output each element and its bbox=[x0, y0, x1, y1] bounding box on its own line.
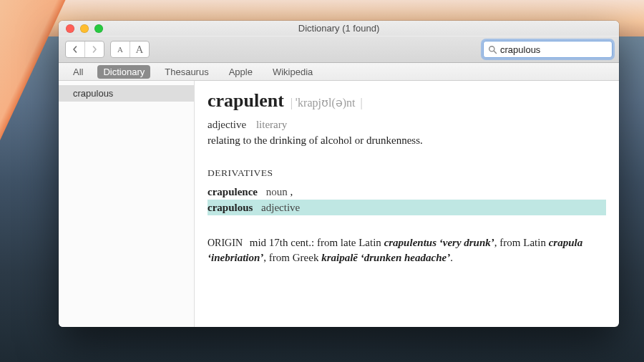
definition-pane[interactable]: crapulent |ˈkrapjʊl(ə)nt | adjective lit… bbox=[195, 81, 619, 327]
derivatives-heading: DERIVATIVES bbox=[208, 167, 606, 180]
search-input[interactable] bbox=[497, 44, 619, 55]
headword-line: crapulent |ˈkrapjʊl(ə)nt | bbox=[208, 88, 606, 113]
window-title: Dictionary (1 found) bbox=[59, 23, 619, 34]
scope-bar: All Dictionary Thesaurus Apple Wikipedia bbox=[59, 63, 619, 81]
forward-button[interactable] bbox=[84, 41, 104, 57]
derivative-word: crapulence bbox=[208, 186, 258, 197]
chevron-left-icon bbox=[72, 46, 79, 53]
scope-all[interactable]: All bbox=[67, 65, 89, 79]
scope-apple[interactable]: Apple bbox=[223, 65, 258, 79]
definition-text: relating to the drinking of alcohol or d… bbox=[208, 133, 606, 147]
origin-seg: , from Latin bbox=[494, 237, 549, 248]
nav-seg bbox=[65, 41, 104, 58]
origin-seg: , from Greek bbox=[263, 252, 321, 263]
part-of-speech: adjective bbox=[208, 119, 246, 130]
zoom-window-button[interactable] bbox=[94, 24, 103, 33]
scope-wikipedia[interactable]: Wikipedia bbox=[267, 65, 318, 79]
derivative-trailing: , bbox=[290, 186, 293, 197]
pronunciation-text: ˈkrapjʊl(ə)nt bbox=[295, 97, 355, 109]
back-button[interactable] bbox=[66, 41, 84, 57]
font-increase-button[interactable]: A bbox=[130, 41, 149, 57]
close-window-button[interactable] bbox=[66, 24, 74, 33]
titlebar[interactable]: Dictionary (1 found) bbox=[59, 21, 619, 36]
minimize-window-button[interactable] bbox=[80, 24, 89, 33]
traffic-lights bbox=[59, 24, 103, 33]
chevron-right-icon bbox=[91, 46, 98, 53]
dictionary-window: Dictionary (1 found) A A bbox=[59, 21, 619, 327]
results-sidebar: crapulous bbox=[59, 81, 195, 327]
headword: crapulent bbox=[208, 88, 284, 113]
font-size-seg: A A bbox=[110, 41, 150, 58]
origin-seg: mid 17th cent.: from late Latin bbox=[250, 237, 384, 248]
derivative-row: crapulence noun , bbox=[208, 184, 606, 200]
derivative-row: crapulous adjective bbox=[208, 200, 606, 215]
font-decrease-button[interactable]: A bbox=[111, 41, 130, 57]
derivatives-block: crapulence noun , crapulous adjective bbox=[208, 184, 606, 216]
pos-line: adjective literary bbox=[208, 117, 606, 132]
search-icon bbox=[488, 45, 497, 54]
derivative-pos: noun bbox=[266, 186, 288, 197]
origin-text: mid 17th cent.: from late Latin crapulen… bbox=[208, 237, 582, 263]
window-body: crapulous crapulent |ˈkrapjʊl(ə)nt | adj… bbox=[59, 81, 619, 327]
register-label: literary bbox=[256, 119, 287, 130]
scope-thesaurus[interactable]: Thesaurus bbox=[159, 65, 214, 79]
derivative-pos: adjective bbox=[261, 202, 300, 213]
scope-dictionary[interactable]: Dictionary bbox=[97, 65, 150, 79]
search-field-wrap[interactable] bbox=[483, 41, 613, 58]
origin-label: ORIGIN bbox=[208, 238, 243, 248]
pronunciation: |ˈkrapjʊl(ə)nt | bbox=[288, 95, 365, 111]
origin-seg: . bbox=[450, 252, 453, 263]
result-row[interactable]: crapulous bbox=[59, 85, 194, 102]
origin-seg: crapulentus ‘very drunk’ bbox=[384, 237, 494, 248]
derivative-word: crapulous bbox=[208, 202, 253, 213]
origin-block: ORIGIN mid 17th cent.: from late Latin c… bbox=[208, 235, 606, 265]
toolbar: A A bbox=[59, 36, 619, 63]
desktop-wallpaper: Dictionary (1 found) A A bbox=[0, 0, 644, 362]
origin-seg: kraipalē ‘drunken headache’ bbox=[321, 252, 450, 263]
svg-line-1 bbox=[494, 51, 496, 53]
